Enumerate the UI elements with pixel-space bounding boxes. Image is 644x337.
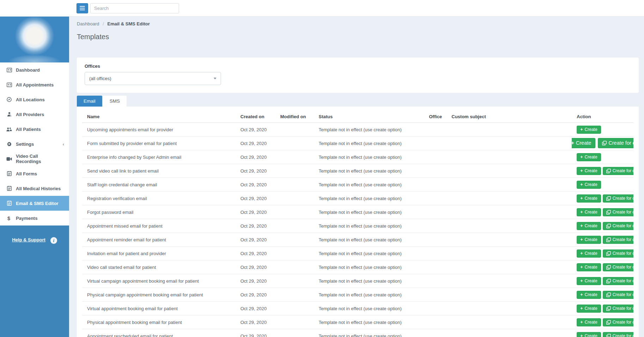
plus-icon: + <box>580 320 583 324</box>
breadcrumb-separator: / <box>100 21 106 26</box>
sidebar-item-all-locations[interactable]: All Locations <box>0 92 69 107</box>
sidebar-item-all-medical-histories[interactable]: All Medical Histories <box>0 181 69 196</box>
create-for-office-button[interactable]: Create for office <box>603 167 633 175</box>
status: Template not in effect (use create optio… <box>314 123 424 137</box>
create-button[interactable]: +Create <box>577 318 601 326</box>
create-for-office-button[interactable]: Create for office <box>603 208 633 216</box>
create-for-office-button[interactable]: Create for office <box>603 305 633 313</box>
created-on: Oct 29, 2020 <box>235 178 275 192</box>
status: Template not in effect (use create optio… <box>314 329 424 337</box>
sidebar-item-email-sms-editor[interactable]: Email & SMS Editor <box>0 196 69 211</box>
create-button[interactable]: +Create <box>577 332 601 337</box>
create-button[interactable]: +Create <box>577 263 601 271</box>
menu-toggle-button[interactable] <box>76 3 88 13</box>
create-button[interactable]: +Create <box>577 222 601 230</box>
office <box>424 192 447 205</box>
template-name: Video call started email for patient <box>82 260 235 274</box>
create-for-office-button[interactable]: Create for office <box>603 263 633 271</box>
custom-subject <box>447 260 572 274</box>
office <box>424 247 447 260</box>
create-for-office-button[interactable]: Create for office <box>603 249 633 258</box>
table-row: Invitation email for patient and provide… <box>82 247 633 260</box>
sidebar-item-all-forms[interactable]: All Forms <box>0 166 69 181</box>
create-button[interactable]: +Create <box>577 249 601 258</box>
sidebar-item-payments[interactable]: $Payments <box>0 211 69 225</box>
table-row: Appointment reminder email for patientOc… <box>82 233 633 247</box>
sidebar-item-all-patients[interactable]: All Patients <box>0 122 69 137</box>
create-button[interactable]: +Create <box>577 277 601 285</box>
column-header-created-on: Created on <box>235 112 275 123</box>
office <box>424 260 447 274</box>
sidebar-item-dashboard[interactable]: Dashboard <box>0 62 69 77</box>
office <box>424 315 447 329</box>
create-for-office-button[interactable]: Create for office <box>603 236 633 244</box>
gear-icon <box>6 142 12 146</box>
tab-sms[interactable]: SMS <box>103 96 127 107</box>
table-row: Video call started email for patientOct … <box>82 260 633 274</box>
plus-icon: + <box>580 251 583 255</box>
offices-label: Offices <box>85 64 631 69</box>
help-support-link[interactable]: Help & Support <box>12 237 45 242</box>
create-button[interactable]: +Create <box>577 194 601 203</box>
action-cell: +CreateCreate for office <box>572 260 633 274</box>
sidebar-item-settings[interactable]: Settings‹ <box>0 137 69 151</box>
create-button[interactable]: +Create <box>577 167 601 175</box>
create-button[interactable]: +Create <box>577 181 601 189</box>
created-on: Oct 29, 2020 <box>235 150 275 164</box>
main-content: Dashboard / Email & SMS Editor Templates… <box>69 17 644 337</box>
clone-icon <box>606 196 611 201</box>
modified-on <box>275 219 314 233</box>
office <box>424 150 447 164</box>
table-row: Physical appointment booking email for p… <box>82 315 633 329</box>
sidebar-item-video-call-recordings[interactable]: Video Call Recordings <box>0 151 69 166</box>
clone-icon <box>606 169 611 173</box>
plus-icon: + <box>580 293 583 297</box>
template-name: Enterprise info changed by Super Admin e… <box>82 150 235 164</box>
create-button[interactable]: +Create <box>577 208 601 216</box>
table-row: Virtual campaign appointment booking ema… <box>82 274 633 288</box>
action-cell: +Create <box>572 123 633 137</box>
create-button[interactable]: +Create <box>577 236 601 244</box>
create-button[interactable]: +Create <box>577 126 601 134</box>
custom-subject <box>447 219 572 233</box>
plus-icon: + <box>580 265 583 269</box>
create-button[interactable]: +Create <box>577 291 601 299</box>
template-name: Registration verification email <box>82 192 235 205</box>
create-for-office-button[interactable]: Create for office <box>603 277 633 285</box>
create-for-office-button[interactable]: Create for office <box>603 332 633 337</box>
modified-on <box>275 205 314 219</box>
sidebar-item-all-appointments[interactable]: All Appointments <box>0 77 69 92</box>
modified-on <box>275 247 314 260</box>
search-input[interactable] <box>90 3 179 13</box>
clone-icon <box>606 251 611 256</box>
tab-email[interactable]: Email <box>77 96 102 107</box>
status: Template not in effect (use create optio… <box>314 247 424 260</box>
create-button[interactable]: +Create <box>577 153 601 161</box>
create-for-office-button[interactable]: Create for office <box>603 194 633 203</box>
table-row: Physical campaign appointment booking em… <box>82 288 633 302</box>
breadcrumb-dashboard-link[interactable]: Dashboard <box>77 21 99 26</box>
created-on: Oct 29, 2020 <box>235 315 275 329</box>
templates-panel: NameCreated onModified onStatusOfficeCus… <box>77 107 639 337</box>
create-button[interactable]: +Create <box>572 138 595 148</box>
create-for-office-button[interactable]: Create for office <box>603 222 633 230</box>
custom-subject <box>447 274 572 288</box>
create-button[interactable]: +Create <box>577 305 601 313</box>
plus-icon: + <box>580 279 583 283</box>
info-icon[interactable]: i <box>50 237 57 244</box>
create-for-office-button[interactable]: Create for office <box>603 291 633 299</box>
offices-select[interactable]: (all offices) <box>85 72 221 85</box>
modified-on <box>275 274 314 288</box>
office <box>424 123 447 137</box>
status: Template not in effect (use create optio… <box>314 205 424 219</box>
create-for-office-button[interactable]: Create for office <box>603 318 633 326</box>
sidebar-item-label: All Locations <box>16 97 45 102</box>
created-on: Oct 29, 2020 <box>235 123 275 137</box>
sidebar-item-all-providers[interactable]: All Providers <box>0 107 69 122</box>
office <box>424 233 447 247</box>
office <box>424 288 447 302</box>
created-on: Oct 29, 2020 <box>235 164 275 178</box>
status: Template not in effect (use create optio… <box>314 288 424 302</box>
status: Template not in effect (use create optio… <box>314 192 424 205</box>
create-for-office-button[interactable]: Create for office <box>598 138 633 148</box>
